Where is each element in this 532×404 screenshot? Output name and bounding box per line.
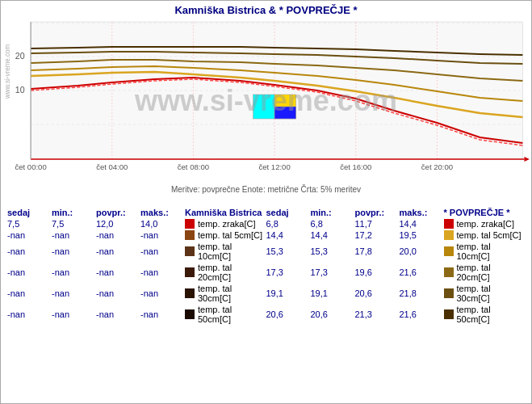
legend-cell: temp. tal 20cm[C]: [444, 263, 526, 282]
cell-min: -nan: [52, 230, 96, 240]
cell-povpr: -nan: [96, 288, 140, 298]
cell-maks: -nan: [140, 230, 185, 240]
cell-min: 6,8: [311, 219, 355, 229]
col-maks: maks.:: [140, 208, 185, 217]
col2-maks: maks.:: [400, 208, 444, 217]
cell-min: 15,3: [311, 246, 355, 256]
color-box: [185, 246, 195, 256]
col2-sedaj: sedaj: [266, 208, 311, 217]
cell-min: -nan: [52, 288, 96, 298]
color-box: [444, 230, 454, 240]
chart-svg: 10 20 čet 00:00 čet 04:00 čet 08:00 čet …: [1, 18, 531, 179]
col2-min: min.:: [311, 208, 355, 217]
cell-povpr: -nan: [96, 246, 140, 256]
color-box: [444, 219, 454, 229]
cell-sedaj: 6,8: [266, 219, 311, 229]
cell-sedaj: -nan: [7, 288, 52, 298]
cell-sedaj: 17,3: [266, 267, 311, 277]
col-povpr: povpr.:: [96, 208, 140, 217]
cell-min: -nan: [52, 246, 96, 256]
legend-label: temp. tal 10cm[C]: [198, 242, 266, 261]
cell-sedaj: 15,3: [266, 246, 311, 256]
table-row: -nan -nan -nan -nan temp. tal 10cm[C]: [7, 241, 266, 262]
legend-label: temp. tal 5cm[C]: [198, 230, 262, 240]
cell-povpr: -nan: [96, 230, 140, 240]
legend-label: temp. zraka[C]: [457, 219, 515, 229]
legend-label: temp. tal 10cm[C]: [457, 242, 526, 261]
section1-header: sedaj min.: povpr.: maks.: Kamniška Bist…: [7, 207, 266, 218]
svg-text:čet 00:00: čet 00:00: [15, 163, 46, 171]
color-box: [185, 309, 195, 319]
cell-maks: 21,6: [400, 267, 444, 277]
color-box: [185, 230, 195, 240]
table-row: 19,1 19,1 20,6 21,8 temp. tal 30cm[C]: [266, 283, 526, 304]
color-box: [444, 309, 454, 319]
cell-maks: 14,4: [400, 219, 444, 229]
cell-sedaj: 20,6: [266, 309, 311, 319]
chart-area: www.si-vreme.com 10 20: [1, 18, 531, 204]
legend-cell: temp. tal 10cm[C]: [444, 242, 526, 261]
svg-text:20: 20: [15, 52, 25, 61]
main-container: Kamniška Bistrica & * POVPREČJE * www.si…: [0, 0, 532, 404]
svg-text:čet 12:00: čet 12:00: [258, 163, 290, 171]
legend-cell: temp. tal 30cm[C]: [185, 284, 266, 303]
cell-maks: -nan: [140, 288, 185, 298]
section2-rows: 6,8 6,8 11,7 14,4 temp. zraka[C] 14,4 14…: [266, 218, 526, 325]
cell-maks: 14,0: [140, 219, 185, 229]
legend-cell: temp. tal 50cm[C]: [444, 305, 526, 324]
legend-cell: temp. tal 30cm[C]: [444, 284, 526, 303]
color-box: [185, 219, 195, 229]
color-box: [444, 267, 454, 277]
svg-text:čet 04:00: čet 04:00: [96, 163, 128, 171]
section2-title: * POVPREČJE *: [444, 208, 526, 217]
cell-min: 20,6: [311, 309, 355, 319]
legend-cell: temp. tal 5cm[C]: [185, 230, 266, 240]
legend-label: temp. tal 20cm[C]: [198, 263, 266, 282]
chart-svg-wrap: www.si-vreme.com 10 20: [1, 18, 531, 183]
color-box: [185, 267, 195, 277]
cell-povpr: 17,2: [355, 230, 400, 240]
svg-text:čet 08:00: čet 08:00: [178, 163, 209, 171]
cell-sedaj: 19,1: [266, 288, 311, 298]
cell-sedaj: -nan: [7, 309, 52, 319]
table-row: -nan -nan -nan -nan temp. tal 30cm[C]: [7, 283, 266, 304]
cell-sedaj: -nan: [7, 246, 52, 256]
section1-rows: 7,5 7,5 12,0 14,0 temp. zraka[C] -nan -n…: [7, 218, 266, 325]
cell-min: -nan: [52, 267, 96, 277]
color-box: [444, 246, 454, 256]
legend-label: temp. tal 30cm[C]: [457, 284, 526, 303]
svg-text:čet 20:00: čet 20:00: [421, 163, 453, 171]
section1: sedaj min.: povpr.: maks.: Kamniška Bist…: [7, 207, 266, 325]
table-row: 7,5 7,5 12,0 14,0 temp. zraka[C]: [7, 218, 266, 229]
svg-text:www.si-vreme.com: www.si-vreme.com: [3, 44, 10, 99]
cell-min: 19,1: [311, 288, 355, 298]
svg-rect-24: [274, 107, 295, 119]
cell-min: 14,4: [311, 230, 355, 240]
section2: sedaj min.: povpr.: maks.: * POVPREČJE *…: [266, 207, 526, 325]
table-row: 15,3 15,3 17,8 20,0 temp. tal 10cm[C]: [266, 241, 526, 262]
cell-povpr: -nan: [96, 267, 140, 277]
legend-label: temp. tal 5cm[C]: [457, 230, 522, 240]
legend-cell: temp. zraka[C]: [444, 219, 526, 229]
cell-maks: -nan: [140, 246, 185, 256]
section2-header: sedaj min.: povpr.: maks.: * POVPREČJE *: [266, 207, 526, 218]
cell-povpr: 17,8: [355, 246, 400, 256]
cell-povpr: 11,7: [355, 219, 400, 229]
svg-rect-22: [253, 95, 274, 119]
chart-note: Meritve: povprečne Enote: metrične Črta:…: [1, 183, 531, 196]
color-box: [185, 288, 195, 298]
cell-sedaj: 7,5: [7, 219, 52, 229]
cell-povpr: 12,0: [96, 219, 140, 229]
cell-sedaj: -nan: [7, 230, 52, 240]
legend-cell: temp. tal 10cm[C]: [185, 242, 266, 261]
legend-label: temp. tal 50cm[C]: [198, 305, 266, 324]
cell-maks: -nan: [140, 309, 185, 319]
legend-cell: temp. zraka[C]: [185, 219, 266, 229]
svg-marker-20: [525, 157, 530, 162]
table-row: -nan -nan -nan -nan temp. tal 5cm[C]: [7, 229, 266, 241]
chart-title: Kamniška Bistrica & * POVPREČJE *: [1, 1, 531, 18]
cell-maks: -nan: [140, 267, 185, 277]
cell-maks: 21,6: [400, 309, 444, 319]
cell-min: 17,3: [311, 267, 355, 277]
section1-title: Kamniška Bistrica: [185, 208, 266, 217]
